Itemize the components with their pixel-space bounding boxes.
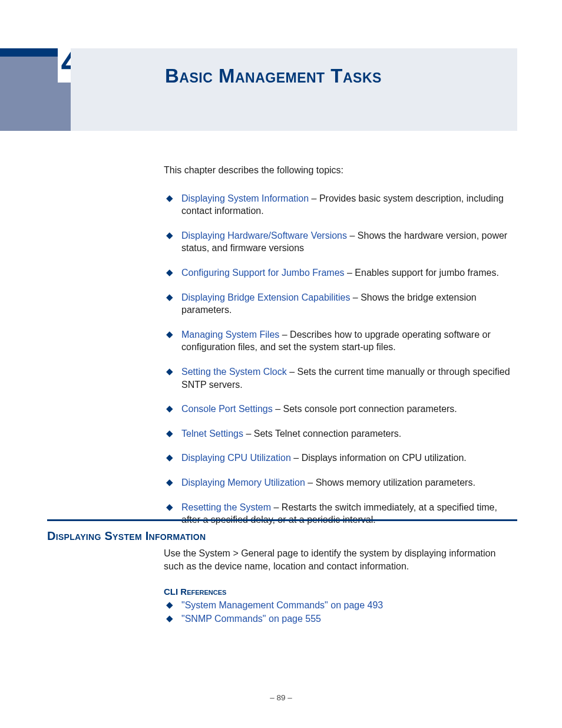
list-item: Displaying System Information – Provides… <box>164 192 517 218</box>
topic-desc: – Sets console port connection parameter… <box>273 404 457 414</box>
list-item: Displaying CPU Utilization – Displays in… <box>164 452 517 465</box>
topic-link[interactable]: Displaying CPU Utilization <box>181 453 291 463</box>
chapter-header: 4 Basic Management Tasks <box>0 48 517 131</box>
list-item: Displaying Memory Utilization – Shows me… <box>164 476 517 489</box>
topic-link[interactable]: Displaying System Information <box>181 193 309 203</box>
content-area: This chapter describes the following top… <box>164 164 517 538</box>
intro-text: This chapter describes the following top… <box>164 164 517 177</box>
section-rule <box>47 519 517 521</box>
cli-references: CLI References "System Management Comman… <box>164 586 517 625</box>
topic-link[interactable]: Managing System Files <box>181 330 279 340</box>
list-item: Telnet Settings – Sets Telnet connection… <box>164 427 517 440</box>
topic-desc: – Displays information on CPU utilizatio… <box>291 453 467 463</box>
cli-list: "System Management Commands" on page 493… <box>164 599 517 625</box>
list-item: "System Management Commands" on page 493 <box>164 599 517 612</box>
topic-link[interactable]: Displaying Hardware/Software Versions <box>181 230 347 241</box>
topic-desc: – Sets Telnet connection parameters. <box>243 429 401 439</box>
section-body: Use the System > General page to identif… <box>164 547 517 572</box>
topic-link[interactable]: Configuring Support for Jumbo Frames <box>181 268 345 278</box>
list-item: Displaying Bridge Extension Capabilities… <box>164 291 517 317</box>
topic-link[interactable]: Resetting the System <box>181 502 271 512</box>
topic-link[interactable]: Console Port Settings <box>181 404 273 414</box>
topic-link[interactable]: Telnet Settings <box>181 429 243 439</box>
section-paragraph: Use the System > General page to identif… <box>164 547 517 572</box>
topic-desc: – Enables support for jumbo frames. <box>345 268 499 278</box>
list-item: Managing System Files – Describes how to… <box>164 328 517 354</box>
list-item: Displaying Hardware/Software Versions – … <box>164 229 517 255</box>
page-number: – 89 – <box>0 693 562 702</box>
topic-list: Displaying System Information – Provides… <box>164 192 517 526</box>
list-item: Setting the System Clock – Sets the curr… <box>164 365 517 391</box>
list-item: Resetting the System – Restarts the swit… <box>164 501 517 526</box>
cli-link[interactable]: "System Management Commands" on page 493 <box>181 600 383 610</box>
topic-desc: – Shows memory utilization parameters. <box>305 477 475 487</box>
header-left-block: 4 <box>0 48 71 131</box>
list-item: Configuring Support for Jumbo Frames – E… <box>164 266 517 279</box>
section-heading: Displaying System Information <box>47 529 206 543</box>
header-right-block: Basic Management Tasks <box>71 48 517 131</box>
list-item: "SNMP Commands" on page 555 <box>164 612 517 625</box>
topic-link[interactable]: Displaying Bridge Extension Capabilities <box>181 292 350 302</box>
cli-heading: CLI References <box>164 586 517 598</box>
topic-link[interactable]: Setting the System Clock <box>181 367 287 377</box>
list-item: Console Port Settings – Sets console por… <box>164 403 517 416</box>
topic-link[interactable]: Displaying Memory Utilization <box>181 477 305 487</box>
cli-link[interactable]: "SNMP Commands" on page 555 <box>181 614 321 624</box>
chapter-title: Basic Management Tasks <box>165 65 382 87</box>
